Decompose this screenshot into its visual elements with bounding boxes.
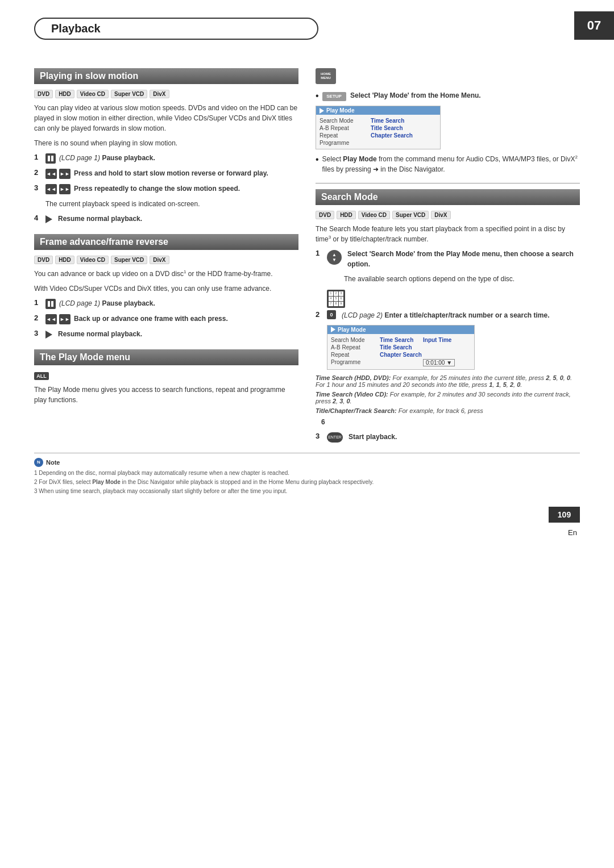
sm-badge-divx: DivX bbox=[431, 211, 450, 219]
notes-section: N Note 1 Depending on the disc, normal p… bbox=[34, 453, 580, 495]
time-search-vcd-note: Time Search (Video CD): For example, for… bbox=[316, 391, 580, 404]
slow-motion-intro: You can play video at various slow motio… bbox=[34, 103, 298, 133]
note-icon: N bbox=[34, 458, 43, 467]
fa-step3: 3 Resume normal playback. bbox=[34, 329, 298, 339]
slowfwd2-icon: ►► bbox=[59, 184, 70, 194]
sm-step1-note: The available search options depend on t… bbox=[344, 274, 580, 284]
badge-supervcd: Super VCD bbox=[111, 90, 147, 98]
badge-divx: DivX bbox=[150, 90, 169, 98]
zero-icon: 0 bbox=[327, 310, 336, 319]
enter-icon: ENTER bbox=[327, 432, 343, 443]
slow-motion-header: Playing in slow motion bbox=[34, 68, 298, 84]
pm2-row2: A-B Repeat Title Search bbox=[327, 344, 474, 351]
note-item2: 2 For DivX files, select Play Mode in th… bbox=[34, 478, 580, 486]
fa-pause-icon bbox=[45, 299, 56, 309]
numpad-icon: 123 456 789 bbox=[327, 290, 345, 308]
play-mode-header: The Play Mode menu bbox=[34, 349, 298, 365]
slow-motion-step2: 2 ◄◄ ►► Press and hold to start slow mot… bbox=[34, 168, 298, 179]
note-title: Note bbox=[46, 459, 60, 466]
frame-advance-intro2: With Video CDs/Super VCDs and DivX title… bbox=[34, 283, 298, 294]
pause-icon bbox=[45, 153, 56, 164]
fa-play-icon bbox=[45, 331, 52, 339]
pm-row-repeat: A-B Repeat Title Search bbox=[316, 124, 440, 132]
pm-rows: Search Mode Time Search A-B Repeat Title… bbox=[316, 115, 440, 149]
slow-motion-step1: 1 (LCD page 1) Pause playback. bbox=[34, 153, 298, 164]
pm-play-icon bbox=[320, 108, 324, 114]
fa-rev-icon: ◄◄ bbox=[45, 314, 57, 324]
slow-motion-step3: 3 ◄◄ ►► Press repeatedly to change the s… bbox=[34, 183, 298, 194]
home-menu-icon-container: HOME MENU bbox=[316, 68, 580, 87]
play-mode-section: The Play Mode menu ALL The Play Mode men… bbox=[34, 349, 298, 405]
play-mode-bullet1: • SETUP Select 'Play Mode' from the Home… bbox=[316, 90, 580, 101]
note-header: N Note bbox=[34, 458, 580, 467]
search-mode-intro: The Search Mode feature lets you start p… bbox=[316, 224, 580, 244]
left-column: Playing in slow motion DVD HDD Video CD … bbox=[34, 68, 298, 447]
numpad-icon-container: 123 456 789 bbox=[327, 287, 580, 308]
fa-badge-videocd: Video CD bbox=[77, 256, 109, 264]
pm2-play-icon bbox=[331, 327, 335, 332]
slow-motion-step4: 4 Resume normal playback. bbox=[34, 214, 298, 224]
sm-step3: 3 ENTER Start playback. bbox=[316, 432, 580, 443]
search-mode-header: Search Mode bbox=[316, 189, 580, 205]
fa-icons: ◄◄ ►► bbox=[45, 314, 70, 324]
pm-title: Play Mode bbox=[326, 107, 354, 114]
play-mode-intro: The Play Mode menu gives you access to s… bbox=[34, 385, 298, 405]
sm-step1: 1 ▲▼ Select 'Search Mode' from the Play … bbox=[316, 249, 580, 269]
main-content: Playing in slow motion DVD HDD Video CD … bbox=[0, 51, 614, 447]
page-number: 109 bbox=[549, 507, 580, 523]
slowmo-icons: ◄◄ ►► bbox=[45, 168, 70, 179]
home-menu-icon: HOME MENU bbox=[316, 68, 336, 84]
title-chapter-note: Title/Chapter/Track Search: For example,… bbox=[316, 407, 580, 414]
footnote1-sup: 1 bbox=[184, 269, 186, 274]
header-bar: Playback 07 bbox=[0, 0, 614, 40]
setup-icon: SETUP bbox=[322, 92, 346, 101]
time-search-hdd-note: Time Search (HDD, DVD): For example, for… bbox=[316, 374, 580, 388]
fa-fwd-icon: ►► bbox=[59, 314, 70, 324]
sm-badge-dvd: DVD bbox=[316, 211, 334, 219]
all-badge: ALL bbox=[34, 372, 49, 380]
play-mode-screenshot2: Play Mode Search Mode Time Search Input … bbox=[327, 325, 475, 370]
track6-value: 6 bbox=[321, 417, 580, 427]
play-mode-screenshot1: Play Mode Search Mode Time Search A-B Re… bbox=[316, 106, 441, 149]
fa-badge-hdd: HDD bbox=[55, 256, 74, 264]
pm2-row3: Repeat Chapter Search bbox=[327, 351, 474, 358]
sm-badge-supervcd: Super VCD bbox=[392, 211, 429, 219]
header-title-box: Playback bbox=[34, 18, 318, 40]
sm-badge-videocd: Video CD bbox=[358, 211, 390, 219]
note-item3: 3 When using time search, playback may o… bbox=[34, 487, 580, 495]
page-lang: En bbox=[0, 528, 577, 537]
slowrev-icon: ◄◄ bbox=[45, 169, 57, 179]
fa-badge-dvd: DVD bbox=[34, 256, 53, 264]
search-mode-section: Search Mode DVD HDD Video CD Super VCD D… bbox=[316, 189, 580, 443]
slow-motion-section: Playing in slow motion DVD HDD Video CD … bbox=[34, 68, 298, 224]
section-divider bbox=[316, 183, 580, 183]
slow-motion-nosound: There is no sound when playing in slow m… bbox=[34, 138, 298, 148]
slow-motion-step3-note: The current playback speed is indicated … bbox=[45, 199, 298, 209]
fa-step2: 2 ◄◄ ►► Back up or advance one frame wit… bbox=[34, 314, 298, 324]
right-column: HOME MENU • SETUP Select 'Play Mode' fro… bbox=[316, 68, 580, 447]
slow-motion-badges: DVD HDD Video CD Super VCD DivX bbox=[34, 90, 298, 98]
frame-advance-intro1: You can advance or back up video on a DV… bbox=[34, 269, 298, 279]
frame-advance-header: Frame advance/frame reverse bbox=[34, 234, 298, 250]
slowmo-icons2: ◄◄ ►► bbox=[45, 183, 70, 194]
pm2-title: Play Mode bbox=[338, 327, 366, 333]
pm-row-prog: Programme bbox=[316, 139, 440, 147]
pm2-rows: Search Mode Time Search Input Time A-B R… bbox=[327, 334, 474, 369]
page-container: Playback 07 Playing in slow motion DVD H… bbox=[0, 0, 614, 868]
badge-dvd: DVD bbox=[34, 90, 53, 98]
pm2-row4: Programme 0:01:00 ▼ bbox=[327, 358, 474, 367]
badge-videocd: Video CD bbox=[77, 90, 109, 98]
sm-badges: DVD HDD Video CD Super VCD DivX bbox=[316, 211, 580, 219]
all-badge-row: ALL bbox=[34, 371, 298, 380]
note-item1: 1 Depending on the disc, normal playback… bbox=[34, 469, 580, 477]
fa-badge-supervcd: Super VCD bbox=[111, 256, 147, 264]
page-title: Playback bbox=[51, 22, 101, 35]
footnote2-sup: 2 bbox=[575, 155, 577, 160]
fa-badge-divx: DivX bbox=[150, 256, 169, 264]
sm-step2: 2 0 (LCD page 2) Enter a title/chapter/t… bbox=[316, 310, 580, 320]
pm2-title-bar: Play Mode bbox=[327, 326, 474, 334]
fa-step1: 1 (LCD page 1) Pause playback. bbox=[34, 298, 298, 309]
play-icon bbox=[45, 215, 52, 223]
frame-advance-badges: DVD HDD Video CD Super VCD DivX bbox=[34, 256, 298, 264]
pm-title-bar: Play Mode bbox=[316, 106, 440, 115]
